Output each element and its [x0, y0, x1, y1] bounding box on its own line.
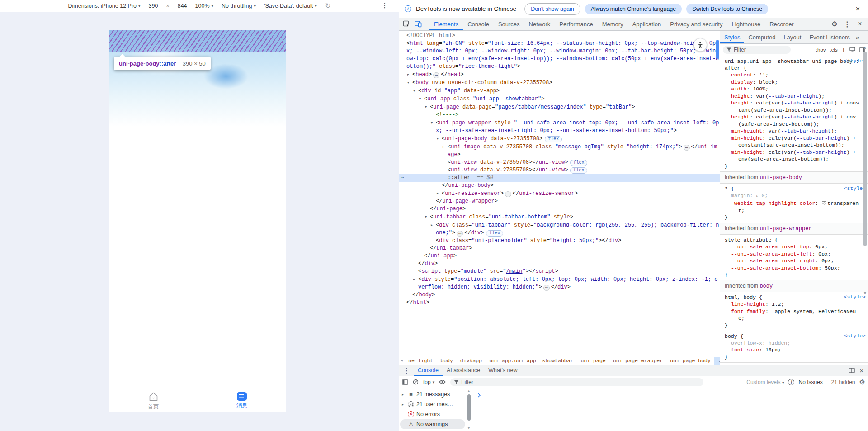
scroll-down-icon[interactable]: ▼ [863, 291, 867, 295]
dom-tree-node[interactable]: <uni-view data-v-27355708></uni-view>fle… [399, 159, 720, 166]
expand-arrow-icon[interactable]: ▾ [419, 95, 424, 103]
dom-tree-node[interactable]: ▸<uni-image data-v-27355708 class="messa… [399, 143, 720, 159]
console-sidebar-item-list[interactable]: ▸≡21 messages [400, 389, 465, 399]
css-declaration[interactable]: font-family: -apple-system, HelveticaNeu… [725, 308, 860, 322]
css-selector[interactable]: html, body { [725, 294, 860, 301]
styles-tab-styles[interactable]: Styles [720, 31, 744, 43]
css-declaration[interactable]: -webkit-tap-highlight-color: transparent… [725, 200, 860, 214]
css-declaration[interactable]: height: calc(var(--tab-bar-height) + con… [725, 99, 860, 114]
expand-arrow-icon[interactable]: ▸ [402, 403, 406, 407]
tabbar-item-messages[interactable]: 消息 [198, 390, 286, 412]
expand-ellipsis-icon[interactable]: … [433, 72, 439, 78]
breadcrumb-scroll-icon[interactable]: ◂ [399, 358, 405, 363]
flex-badge[interactable]: flex [570, 160, 587, 166]
scroll-up-icon[interactable]: ▲ [467, 389, 471, 393]
node-options-icon[interactable]: ⋯ [401, 174, 403, 182]
tab-network[interactable]: Network [524, 18, 555, 30]
dom-tree-node[interactable]: <uni-view data-v-27355708></uni-view>fle… [399, 166, 720, 174]
expand-arrow-icon[interactable]: ▸ [437, 189, 442, 197]
css-declaration[interactable]: --uni-safe-area-inset-left: 0px; [725, 251, 860, 258]
expand-ellipsis-icon[interactable]: … [505, 191, 511, 197]
styles-tab-event-listeners[interactable]: Event Listeners [805, 31, 854, 43]
expand-arrow-icon[interactable]: ▾ [437, 135, 442, 142]
dom-tree-node[interactable]: </div> [399, 260, 720, 268]
breadcrumb-item[interactable]: ::after [714, 357, 720, 365]
device-height-input[interactable]: 844 [178, 3, 187, 9]
tab-application[interactable]: Application [628, 18, 666, 30]
clear-console-icon[interactable] [413, 379, 419, 385]
dom-tree-node[interactable]: <div class="uni-placeholder" style="heig… [399, 237, 720, 245]
element-classes-button[interactable]: .cls [830, 47, 838, 52]
close-devtools-icon[interactable]: × [854, 19, 865, 29]
css-declaration[interactable]: font-size: 16px; [725, 346, 860, 354]
drawer-tab-what-s-new[interactable]: What's new [484, 365, 521, 376]
scroll-up-icon[interactable]: ▲ [863, 46, 867, 50]
expand-arrow-icon[interactable]: ▸ [407, 71, 412, 78]
css-selector[interactable]: * { [725, 185, 860, 192]
css-declaration[interactable]: width: 100%; [725, 85, 860, 93]
rendering-emulation-icon[interactable] [849, 47, 855, 52]
css-declaration[interactable]: --uni-safe-area-inset-right: 0px; [725, 257, 860, 265]
settings-gear-icon[interactable]: ⚙ [829, 19, 840, 29]
style-source-link[interactable]: <style> [844, 58, 866, 64]
breadcrumb-item[interactable]: uni-page-body [666, 357, 714, 365]
console-sidebar-item-warning[interactable]: ⚠No warnings [400, 419, 465, 429]
dom-tree-node[interactable]: </uni-page-body> [399, 182, 720, 189]
dom-tree-node[interactable]: <!----> [399, 111, 720, 119]
css-declaration[interactable]: overflow-x: hidden; [725, 340, 860, 347]
breadcrumb-item[interactable]: uni-app.uni-app--showtabbar [486, 357, 577, 365]
console-sidebar-item-user[interactable]: ▸21 user mes… [400, 399, 465, 409]
inspect-element-icon[interactable] [401, 19, 412, 29]
styles-filter-input[interactable]: Filter [723, 46, 791, 54]
style-source-link[interactable]: <style> [844, 294, 866, 300]
expand-ellipsis-icon[interactable]: … [684, 145, 690, 151]
dom-tree-node[interactable]: ▸<div class="uni-tabbar" style="backgrou… [399, 221, 720, 237]
css-selector[interactable]: html, body { [725, 365, 860, 365]
expand-ellipsis-icon[interactable]: … [457, 231, 463, 237]
breadcrumb-item[interactable]: uni-page [577, 357, 609, 365]
dom-tree-node[interactable]: </uni-app> [399, 252, 720, 260]
dom-tree-node[interactable]: ▾<uni-tabbar class="uni-tabbar-bottom" s… [399, 213, 720, 221]
tabbar-item-home[interactable]: 首页 [109, 390, 198, 412]
inherited-node-link[interactable]: uni-page-body [760, 175, 802, 181]
expand-arrow-icon[interactable]: ▸ [413, 275, 418, 283]
drawer-tab-ai-assistance[interactable]: AI assistance [443, 365, 484, 376]
save-data-select[interactable]: 'Save-Data': default ▾ [264, 3, 317, 9]
css-declaration[interactable]: height: var(--tab-bar-height); [725, 93, 860, 100]
expand-arrow-icon[interactable]: ▾ [407, 79, 412, 86]
expand-arrow-icon[interactable]: ▸ [443, 143, 448, 151]
dom-tree-node[interactable]: ⋯::after == $0 [399, 174, 720, 182]
dom-tree-node[interactable]: </uni-page-wrapper> [399, 198, 720, 205]
style-source-link[interactable]: <style> [844, 365, 866, 365]
dom-tree-node[interactable]: ▾<div id="app" data-v-app> [399, 87, 720, 95]
dom-tree-node[interactable]: </html> [399, 299, 720, 307]
tab-sources[interactable]: Sources [494, 18, 524, 30]
device-toolbar-menu-icon[interactable]: ⋮ [382, 2, 388, 9]
close-drawer-icon[interactable]: × [859, 367, 863, 374]
styles-tab-computed[interactable]: Computed [744, 31, 779, 43]
console-sidebar-item-error[interactable]: ×No errors [400, 409, 465, 419]
console-context-select[interactable]: top ▾ [423, 379, 434, 385]
styles-scrollbar-thumb[interactable] [863, 52, 867, 246]
tab-privacy-and-security[interactable]: Privacy and security [665, 18, 727, 30]
expand-arrow-icon[interactable]: ▾ [425, 103, 430, 111]
console-sidebar-item-info[interactable]: iNo info [400, 429, 465, 431]
dont-show-again-button[interactable]: Don't show again [524, 3, 580, 15]
breadcrumb-item[interactable]: ne-light [405, 357, 437, 365]
more-tabs-icon[interactable]: » [854, 31, 861, 43]
throttling-select[interactable]: No throttling ▾ [222, 3, 256, 9]
breadcrumb-item[interactable]: body [437, 357, 457, 365]
flex-badge[interactable]: flex [486, 230, 503, 237]
style-source-link[interactable]: <style> [844, 185, 866, 191]
tab-elements[interactable]: Elements [429, 18, 463, 30]
device-select[interactable]: Dimensions: iPhone 12 Pro ▾ [68, 3, 141, 9]
inherited-node-link[interactable]: uni-page-wrapper [760, 226, 811, 232]
style-source-link[interactable]: <style> [844, 333, 866, 339]
css-declaration[interactable]: min-height: calc(var(--tab-bar-height) +… [725, 149, 860, 163]
device-screen[interactable]: uni-page-body::after 390 × 50 首页 消息 [109, 30, 286, 412]
drawer-tab-console[interactable]: Console [414, 365, 443, 376]
dom-tree-node[interactable]: ▸<head>…</head> [399, 71, 720, 79]
console-settings-gear-icon[interactable]: ⚙ [859, 378, 865, 386]
css-selector[interactable]: uni-app.uni-app--showtabbar uni-page-bod… [725, 58, 860, 71]
css-declaration[interactable]: display: block; [725, 79, 860, 86]
